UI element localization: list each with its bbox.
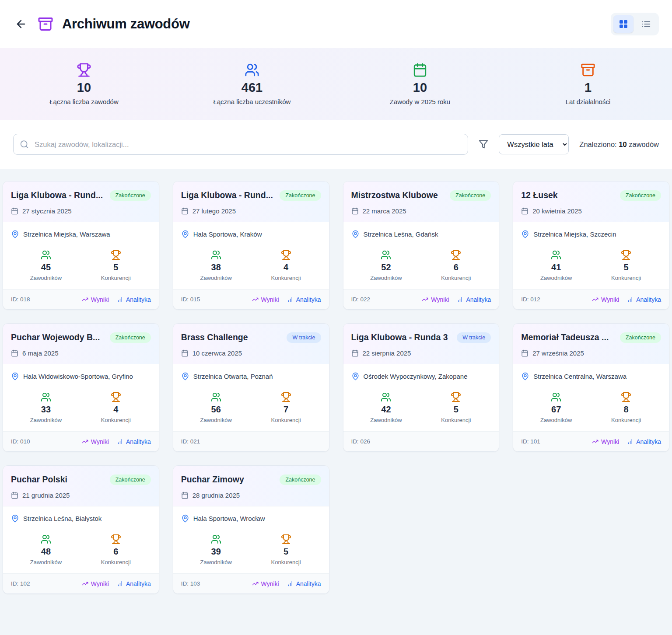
competition-id: ID: 018 bbox=[11, 296, 30, 303]
competition-date: 27 września 2025 bbox=[521, 349, 661, 357]
participants-label: Zawodników bbox=[30, 417, 62, 423]
competition-card[interactable]: 12 Łusek Zakończone 20 kwietnia 2025 Str… bbox=[513, 181, 669, 310]
users-icon bbox=[41, 534, 51, 544]
card-stats: 45 Zawodników 5 Konkurencji bbox=[11, 250, 151, 281]
competition-location: Strzelnica Otwarta, Poznań bbox=[181, 372, 321, 380]
competition-id: ID: 103 bbox=[181, 580, 200, 587]
participants-label: Zawodników bbox=[200, 417, 232, 423]
competition-card[interactable]: Liga Klubowa - Runda 3 W trakcie 22 sier… bbox=[343, 323, 500, 452]
results-link[interactable]: Wyniki bbox=[592, 438, 619, 445]
analytics-link-label: Analityka bbox=[126, 580, 151, 587]
analytics-link[interactable]: Analityka bbox=[287, 296, 321, 303]
card-body: Strzelnica Miejska, Warszawa 45 Zawodnik… bbox=[3, 222, 159, 289]
date-text: 22 sierpnia 2025 bbox=[363, 349, 411, 357]
competition-card[interactable]: Memoriał Tadeusza ... Zakończone 27 wrze… bbox=[513, 323, 669, 452]
location-text: Strzelnica Centralna, Warszawa bbox=[533, 373, 626, 380]
results-link[interactable]: Wyniki bbox=[422, 296, 449, 303]
analytics-link[interactable]: Analityka bbox=[627, 438, 661, 445]
search-input[interactable] bbox=[13, 134, 468, 155]
competition-id: ID: 010 bbox=[11, 438, 30, 445]
card-footer: ID: 022 Wyniki Analityka bbox=[343, 289, 499, 309]
results-link[interactable]: Wyniki bbox=[252, 580, 279, 587]
filter-icon[interactable] bbox=[477, 138, 490, 151]
competition-title: Puchar Wojewody B... bbox=[11, 332, 100, 342]
analytics-link[interactable]: Analityka bbox=[457, 296, 491, 303]
card-body: Strzelnica Leśna, Białystok 48 Zawodnikó… bbox=[3, 506, 159, 573]
participants-count: 38 bbox=[211, 262, 221, 272]
card-footer: ID: 018 Wyniki Analityka bbox=[3, 289, 159, 309]
card-body: Hala Widowiskowo-Sportowa, Gryfino 33 Za… bbox=[3, 364, 159, 431]
competition-date: 20 kwietnia 2025 bbox=[521, 207, 661, 215]
grid-icon bbox=[619, 19, 628, 29]
status-badge: Zakończone bbox=[110, 190, 151, 201]
back-button[interactable] bbox=[13, 16, 29, 32]
competition-card[interactable]: Puchar Polski Zakończone 21 grudnia 2025… bbox=[3, 465, 159, 594]
participants-count: 39 bbox=[211, 547, 221, 557]
participants-label: Zawodników bbox=[30, 275, 62, 281]
events-stat: 5 Konkurencji bbox=[421, 392, 491, 423]
competition-card[interactable]: Liga Klubowa - Rund... Zakończone 27 lut… bbox=[173, 181, 329, 310]
analytics-link-label: Analityka bbox=[126, 296, 151, 303]
date-text: 10 czerwca 2025 bbox=[192, 349, 242, 357]
competition-card[interactable]: Puchar Zimowy Zakończone 28 grudnia 2025… bbox=[173, 465, 329, 594]
competition-title: Brass Challenge bbox=[181, 332, 248, 342]
competition-date: 6 maja 2025 bbox=[11, 349, 151, 357]
competition-title: 12 Łusek bbox=[521, 190, 557, 200]
card-header: Puchar Wojewody B... Zakończone 6 maja 2… bbox=[3, 324, 159, 364]
grid-view-button[interactable] bbox=[613, 15, 634, 33]
analytics-link[interactable]: Analityka bbox=[287, 580, 321, 587]
results-link-label: Wyniki bbox=[91, 438, 109, 445]
competition-title: Puchar Polski bbox=[11, 475, 67, 485]
analytics-link[interactable]: Analityka bbox=[117, 580, 151, 587]
results-link[interactable]: Wyniki bbox=[252, 296, 279, 303]
card-stats: 41 Zawodników 5 Konkurencji bbox=[521, 250, 661, 281]
results-prefix: Znaleziono: bbox=[579, 140, 616, 148]
users-icon bbox=[381, 392, 391, 402]
results-link[interactable]: Wyniki bbox=[82, 580, 109, 587]
arrow-left-icon bbox=[15, 18, 27, 30]
card-footer: ID: 102 Wyniki Analityka bbox=[3, 573, 159, 593]
list-view-button[interactable] bbox=[636, 15, 656, 33]
analytics-link-label: Analityka bbox=[296, 580, 321, 587]
card-header: Liga Klubowa - Runda 3 W trakcie 22 sier… bbox=[343, 324, 499, 364]
participants-stat: 67 Zawodników bbox=[521, 392, 591, 423]
analytics-link[interactable]: Analityka bbox=[117, 438, 151, 445]
trend-up-icon bbox=[592, 296, 598, 303]
competition-card[interactable]: Brass Challenge W trakcie 10 czerwca 202… bbox=[173, 323, 329, 452]
analytics-link[interactable]: Analityka bbox=[627, 296, 661, 303]
analytics-link[interactable]: Analityka bbox=[117, 296, 151, 303]
results-link[interactable]: Wyniki bbox=[82, 438, 109, 445]
stats-bar: 10 Łączna liczba zawodów 461 Łączna licz… bbox=[0, 48, 672, 120]
year-filter-select[interactable]: Wszystkie lata bbox=[499, 134, 569, 154]
competition-title: Liga Klubowa - Rund... bbox=[181, 190, 273, 200]
location-text: Ośrodek Wypoczynkowy, Zakopane bbox=[364, 373, 468, 380]
location-text: Strzelnica Leśna, Białystok bbox=[23, 515, 102, 522]
card-footer: ID: 101 Wyniki Analityka bbox=[513, 431, 669, 451]
calendar-icon bbox=[413, 63, 427, 77]
analytics-link-label: Analityka bbox=[636, 296, 661, 303]
participants-label: Zawodników bbox=[370, 275, 402, 281]
competition-location: Hala Sportowa, Kraków bbox=[181, 230, 321, 238]
competition-location: Hala Widowiskowo-Sportowa, Gryfino bbox=[11, 372, 151, 380]
trophy-icon bbox=[451, 392, 461, 402]
results-link[interactable]: Wyniki bbox=[82, 296, 109, 303]
trophy-icon bbox=[281, 392, 291, 402]
results-link[interactable]: Wyniki bbox=[592, 296, 619, 303]
stat-total-participants: 461 Łączna liczba uczestników bbox=[168, 63, 336, 105]
card-links: Wyniki Analityka bbox=[252, 580, 321, 587]
competition-card[interactable]: Mistrzostwa Klubowe Zakończone 22 marca … bbox=[343, 181, 500, 310]
bar-chart-icon bbox=[457, 296, 463, 303]
participants-count: 67 bbox=[551, 405, 561, 415]
card-header: Puchar Zimowy Zakończone 28 grudnia 2025 bbox=[173, 466, 329, 506]
events-stat: 5 Konkurencji bbox=[81, 250, 151, 281]
calendar-icon bbox=[181, 207, 189, 215]
competition-title: Memoriał Tadeusza ... bbox=[521, 332, 609, 342]
events-stat: 5 Konkurencji bbox=[251, 534, 321, 565]
competition-card[interactable]: Liga Klubowa - Rund... Zakończone 27 sty… bbox=[3, 181, 159, 310]
trend-up-icon bbox=[422, 296, 428, 303]
stat-value: 10 bbox=[413, 81, 427, 94]
results-count: Znaleziono: 10 zawodów bbox=[579, 140, 659, 149]
location-text: Strzelnica Miejska, Warszawa bbox=[23, 230, 110, 238]
trophy-icon bbox=[77, 63, 91, 77]
competition-card[interactable]: Puchar Wojewody B... Zakończone 6 maja 2… bbox=[3, 323, 159, 452]
